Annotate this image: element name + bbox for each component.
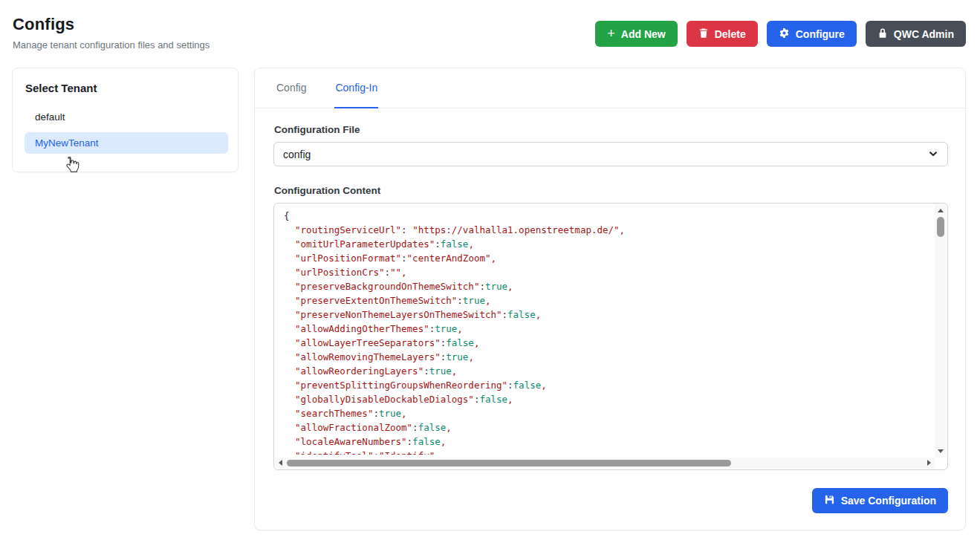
horizontal-scrollbar-thumb[interactable] <box>287 460 731 466</box>
tenant-item-mynewtenant[interactable]: MyNewTenant <box>25 132 228 154</box>
scroll-up-arrow-icon[interactable] <box>938 209 944 212</box>
lock-icon <box>877 27 888 41</box>
configure-label: Configure <box>796 28 845 40</box>
qwc-admin-label: QWC Admin <box>894 28 954 40</box>
gear-icon <box>779 27 790 41</box>
configure-button[interactable]: Configure <box>767 21 857 47</box>
save-configuration-label: Save Configuration <box>841 495 936 507</box>
page-subtitle: Manage tenant configuration files and se… <box>13 39 210 51</box>
qwc-admin-button[interactable]: QWC Admin <box>866 21 966 47</box>
configuration-content-label: Configuration Content <box>274 185 948 196</box>
floppy-disk-icon <box>824 494 835 507</box>
config-panel-body: Configuration File config Configuration … <box>255 108 965 513</box>
top-bar: Configs Manage tenant configuration file… <box>0 0 980 51</box>
config-content-editor[interactable]: { "routingServiceUrl": "https://valhalla… <box>273 203 948 470</box>
tenant-item-default[interactable]: default <box>25 106 228 128</box>
scroll-down-arrow-icon[interactable] <box>938 449 944 453</box>
toolbar-actions: + Add New Delete Configure QWC Admin <box>595 21 966 47</box>
page-title: Configs <box>13 15 210 34</box>
configuration-file-label: Configuration File <box>274 124 948 135</box>
tenant-panel-title: Select Tenant <box>25 82 228 94</box>
configuration-file-select[interactable]: config <box>273 142 948 166</box>
save-row: Save Configuration <box>273 488 948 513</box>
add-new-label: Add New <box>621 28 666 40</box>
delete-label: Delete <box>715 28 746 40</box>
tenant-list: default MyNewTenant <box>25 106 228 154</box>
scroll-right-arrow-icon[interactable] <box>927 460 931 466</box>
config-panel: Config Config-In Configuration File conf… <box>254 68 966 530</box>
horizontal-scrollbar[interactable] <box>275 458 935 469</box>
content-layout: Select Tenant default MyNewTenant Config… <box>0 68 980 530</box>
save-configuration-button[interactable]: Save Configuration <box>812 488 948 513</box>
tab-config-in[interactable]: Config-In <box>334 68 378 108</box>
tenant-panel: Select Tenant default MyNewTenant <box>12 68 238 172</box>
configuration-file-select-wrap: config <box>273 142 948 166</box>
plus-icon: + <box>607 27 615 40</box>
tab-bar: Config Config-In <box>255 68 965 108</box>
config-content-code[interactable]: { "routingServiceUrl": "https://valhalla… <box>284 209 929 455</box>
add-new-button[interactable]: + Add New <box>595 21 677 47</box>
vertical-scrollbar[interactable] <box>935 204 947 458</box>
vertical-scrollbar-thumb[interactable] <box>937 217 944 237</box>
tab-config[interactable]: Config <box>276 68 307 108</box>
page-heading: Configs Manage tenant configuration file… <box>13 15 210 51</box>
trash-icon <box>698 27 709 41</box>
delete-button[interactable]: Delete <box>687 21 758 47</box>
scroll-left-arrow-icon[interactable] <box>279 460 282 466</box>
